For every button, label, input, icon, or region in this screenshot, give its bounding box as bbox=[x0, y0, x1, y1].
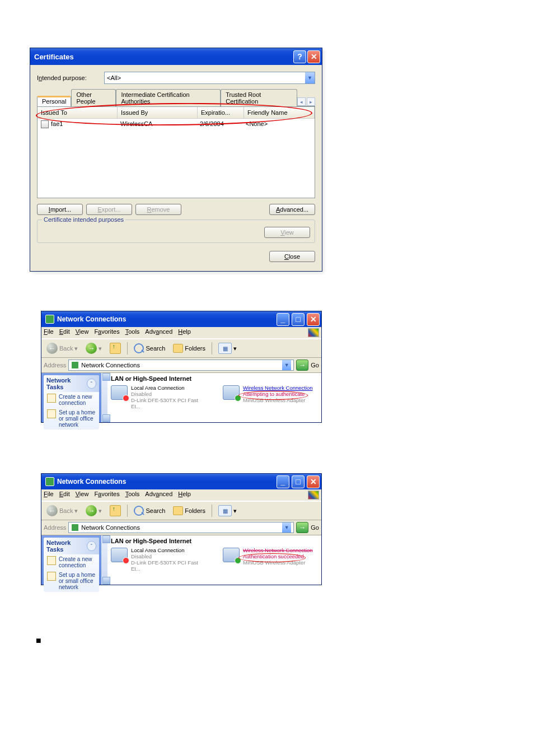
menu-help[interactable]: Help bbox=[178, 328, 191, 337]
chevron-down-icon[interactable]: ▼ bbox=[282, 360, 291, 370]
sidebar-scrollbar[interactable] bbox=[101, 373, 107, 422]
certificate-row[interactable]: fae1 WirelessCA 2/6/2004 <None> bbox=[38, 119, 315, 130]
address-field[interactable]: Network Connections ▼ bbox=[68, 360, 294, 371]
maximize-button[interactable]: □ bbox=[292, 313, 305, 326]
minimize-button[interactable]: _ bbox=[277, 475, 289, 488]
close-button[interactable]: Close bbox=[269, 251, 315, 262]
task-setup-network[interactable]: Set up a home or small office network bbox=[44, 570, 99, 592]
back-button[interactable]: ←Back ▾ bbox=[44, 503, 81, 518]
close-window-button[interactable]: ✕ bbox=[307, 50, 320, 63]
menu-advanced[interactable]: Advanced bbox=[145, 328, 172, 337]
menu-favorites[interactable]: Favorites bbox=[94, 491, 119, 500]
col-issued-to[interactable]: Issued To bbox=[38, 107, 118, 118]
titlebar: Certificates ? ✕ bbox=[30, 48, 322, 65]
list-header[interactable]: Issued To Issued By Expiratio... Friendl… bbox=[38, 107, 315, 119]
up-button[interactable] bbox=[107, 503, 124, 518]
maximize-button[interactable]: □ bbox=[292, 475, 305, 488]
menu-advanced[interactable]: Advanced bbox=[145, 491, 172, 500]
up-button[interactable] bbox=[107, 341, 124, 356]
window-title: Network Connections bbox=[57, 478, 275, 486]
collapse-icon[interactable]: ˆ bbox=[87, 541, 96, 551]
search-button[interactable]: Search bbox=[131, 342, 168, 355]
network-tasks-header[interactable]: Network Tasks ˆ bbox=[44, 538, 99, 554]
import-button[interactable]: Import... bbox=[37, 204, 83, 215]
lan-connection[interactable]: Local Area Connection Disabled D-Link DF… bbox=[111, 548, 206, 572]
window-icon bbox=[45, 477, 54, 486]
wireless-icon bbox=[223, 385, 240, 400]
menu-help[interactable]: Help bbox=[178, 491, 191, 500]
close-window-button[interactable]: ✕ bbox=[307, 313, 320, 326]
col-issued-by[interactable]: Issued By bbox=[118, 107, 198, 118]
folders-button[interactable]: Folders bbox=[170, 505, 208, 517]
wireless-connection[interactable]: Wireless Network Connection Attempting t… bbox=[223, 385, 318, 410]
menu-view[interactable]: View bbox=[76, 328, 89, 337]
tab-other-people[interactable]: Other People bbox=[71, 89, 116, 106]
views-button[interactable]: ▦▾ bbox=[216, 503, 240, 518]
menu-edit[interactable]: Edit bbox=[59, 491, 70, 500]
lan-icon bbox=[111, 385, 128, 400]
menu-file[interactable]: File bbox=[44, 491, 54, 500]
cell-expiration: 2/6/2004 bbox=[196, 120, 242, 129]
chevron-down-icon[interactable]: ▼ bbox=[305, 72, 315, 83]
tab-intermediate-ca[interactable]: Intermediate Certification Authorities bbox=[116, 89, 221, 106]
views-button[interactable]: ▦▾ bbox=[216, 341, 240, 356]
content-pane: LAN or High-Speed Internet Local Area Co… bbox=[107, 535, 321, 585]
intended-purpose-combo[interactable]: <All> ▼ bbox=[104, 72, 315, 84]
group-legend: Certificate intended purposes bbox=[42, 216, 125, 223]
task-pane: Network Tasks ˆ Create a new connection … bbox=[41, 535, 101, 585]
menu-view[interactable]: View bbox=[76, 491, 89, 500]
go-button[interactable]: → bbox=[296, 360, 308, 371]
go-label: Go bbox=[311, 524, 319, 531]
col-friendly-name[interactable]: Friendly Name bbox=[244, 107, 315, 118]
back-button[interactable]: ←Back ▾ bbox=[44, 341, 81, 356]
forward-button[interactable]: → ▾ bbox=[83, 503, 105, 518]
category-header: LAN or High-Speed Internet bbox=[111, 538, 318, 544]
explorer-body: Network Tasks ˆ Create a new connection … bbox=[41, 535, 321, 585]
back-icon: ← bbox=[46, 505, 58, 516]
tab-trusted-root[interactable]: Trusted Root Certification bbox=[221, 89, 297, 106]
network-connections-window-2: Network Connections _ □ ✕ File Edit View… bbox=[41, 473, 322, 585]
combo-value: <All> bbox=[107, 74, 121, 81]
forward-icon: → bbox=[86, 343, 97, 354]
go-button[interactable]: → bbox=[296, 522, 308, 533]
menu-tools[interactable]: Tools bbox=[125, 491, 140, 500]
address-value: Network Connections bbox=[81, 362, 140, 368]
close-window-button[interactable]: ✕ bbox=[307, 475, 320, 488]
address-field[interactable]: Network Connections ▼ bbox=[68, 522, 294, 533]
menu-tools[interactable]: Tools bbox=[125, 328, 140, 337]
task-create-connection[interactable]: Create a new connection bbox=[44, 392, 99, 408]
view-button[interactable]: View bbox=[264, 227, 310, 238]
remove-button[interactable]: Remove bbox=[135, 204, 181, 215]
sidebar-scrollbar[interactable] bbox=[101, 535, 107, 585]
col-expiration[interactable]: Expiratio... bbox=[198, 107, 244, 118]
search-button[interactable]: Search bbox=[131, 504, 168, 517]
task-create-connection[interactable]: Create a new connection bbox=[44, 554, 99, 570]
certificate-list[interactable]: Issued To Issued By Expiratio... Friendl… bbox=[37, 106, 315, 198]
folders-button[interactable]: Folders bbox=[170, 342, 208, 354]
menu-bar[interactable]: File Edit View Favorites Tools Advanced … bbox=[41, 489, 321, 501]
network-tasks-header[interactable]: Network Tasks ˆ bbox=[44, 375, 99, 392]
collapse-icon[interactable]: ˆ bbox=[87, 379, 96, 389]
tab-personal[interactable]: Personal bbox=[37, 96, 71, 106]
cell-friendly-name: <None> bbox=[242, 120, 315, 129]
chevron-down-icon[interactable]: ▼ bbox=[282, 522, 291, 533]
task-icon bbox=[47, 409, 56, 418]
tab-strip: Personal Other People Intermediate Certi… bbox=[37, 88, 315, 106]
minimize-button[interactable]: _ bbox=[277, 313, 289, 326]
toolbar: ←Back ▾ → ▾ Search Folders ▦▾ bbox=[41, 339, 321, 358]
tab-scroll-buttons[interactable]: ◂▸ bbox=[297, 97, 315, 106]
views-icon: ▦ bbox=[218, 343, 232, 354]
wireless-connection[interactable]: Wireless Network Connection Authenticati… bbox=[223, 548, 318, 572]
menu-favorites[interactable]: Favorites bbox=[94, 328, 119, 337]
menu-bar[interactable]: File Edit View Favorites Tools Advanced … bbox=[41, 327, 321, 339]
menu-edit[interactable]: Edit bbox=[59, 328, 70, 337]
menu-file[interactable]: File bbox=[44, 328, 54, 337]
forward-button[interactable]: → ▾ bbox=[83, 341, 105, 356]
help-button[interactable]: ? bbox=[293, 50, 306, 63]
lan-connection[interactable]: Local Area Connection Disabled D-Link DF… bbox=[111, 385, 206, 410]
task-setup-network[interactable]: Set up a home or small office network bbox=[44, 408, 99, 430]
export-button[interactable]: Export... bbox=[86, 204, 132, 215]
cell-issued-to: fae1 bbox=[51, 120, 63, 127]
advanced-button[interactable]: Advanced... bbox=[269, 204, 315, 215]
address-value: Network Connections bbox=[81, 524, 140, 531]
